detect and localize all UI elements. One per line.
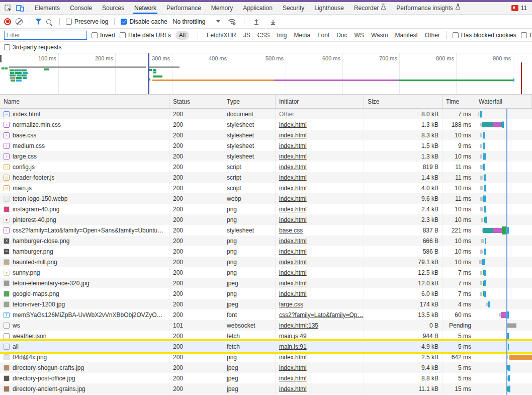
tab-network[interactable]: Network [129, 2, 161, 14]
table-row[interactable]: ( )header-footer.js200scriptindex.html1.… [0, 172, 532, 183]
export-har-icon[interactable] [267, 16, 279, 27]
initiator-link[interactable]: index.html [279, 153, 307, 160]
initiator-link[interactable]: index.html [279, 195, 307, 202]
table-row[interactable]: /large.css200stylesheetindex.html1.3 kB1… [0, 151, 532, 162]
table-row[interactable]: haunted-mill.png200pngindex.html79.1 kB1… [0, 257, 532, 267]
column-header-type[interactable]: Type [223, 95, 276, 108]
initiator-link[interactable]: index.html [279, 185, 307, 192]
filter-toggle-icon[interactable] [35, 19, 42, 25]
third-party-checkbox[interactable] [4, 44, 10, 50]
initiator-link[interactable]: index.html [279, 132, 307, 139]
checkbox[interactable] [92, 32, 98, 38]
initiator-link[interactable]: main.js:91 [279, 343, 307, 350]
table-row[interactable]: ✕hamburger-close.png200pngindex.html666 … [0, 235, 532, 246]
clear-button[interactable] [16, 18, 23, 25]
tab-memory[interactable]: Memory [206, 2, 238, 14]
hide-data-urls-checkbox[interactable]: Hide data URLs [120, 32, 171, 39]
initiator-link[interactable]: index.html [279, 280, 307, 287]
initiator-link[interactable]: large.css [279, 301, 303, 308]
initiator-link[interactable]: index.html [279, 269, 307, 276]
throttling-select[interactable]: No throttling [172, 18, 222, 25]
table-row[interactable]: ≡index.html200documentOther8.0 kB7 ms [0, 109, 532, 119]
column-header-name[interactable]: Name [0, 95, 169, 108]
initiator-link[interactable]: index.html [279, 216, 307, 223]
table-row[interactable]: ●sunny.png200pngindex.html12.5 kB7 ms [0, 267, 532, 278]
filter-type-media[interactable]: Media [294, 32, 310, 39]
initiator-link[interactable]: index.html [279, 121, 307, 128]
table-row[interactable]: teton-elementary-ice-320.jpg200jpegindex… [0, 278, 532, 288]
search-icon[interactable] [46, 19, 51, 24]
invert-checkbox[interactable]: Invert [92, 32, 115, 39]
initiator-link[interactable]: index.html [279, 248, 307, 255]
tab-performance[interactable]: Performance [161, 2, 206, 14]
filter-type-fetch-xhr[interactable]: Fetch/XHR [207, 32, 236, 39]
table-row[interactable]: ≡hamburger.png200pngindex.html586 B10 ms [0, 246, 532, 257]
initiator-link[interactable]: index.html [279, 164, 307, 171]
table-row[interactable]: ( )config.js200scriptindex.html819 B11 m… [0, 162, 532, 172]
tab-application[interactable]: Application [238, 2, 278, 14]
table-row[interactable]: /base.css200stylesheetindex.html8.3 kB10… [0, 130, 532, 140]
initiator-link[interactable]: index.html [279, 259, 307, 266]
initiator-link[interactable]: index.html [279, 354, 307, 361]
preserve-log-checkbox[interactable]: Preserve log [66, 18, 108, 25]
filter-type-font[interactable]: Font [317, 32, 329, 39]
initiator-link[interactable]: index.html [279, 290, 307, 297]
tab-console[interactable]: Console [65, 2, 97, 14]
initiator-link[interactable]: index.html [279, 206, 307, 213]
table-row[interactable]: directory-ancient-grains.jpg200jpegindex… [0, 383, 532, 394]
column-header-status[interactable]: Status [169, 95, 223, 108]
table-row[interactable]: ( )main.js200scriptindex.html4.0 kB10 ms [0, 183, 532, 193]
checkbox[interactable] [521, 32, 527, 38]
table-row[interactable]: teton-logo-150.webp200webpindex.html9.6 … [0, 193, 532, 204]
filter-type-js[interactable]: JS [243, 32, 250, 39]
table-row[interactable]: ws101websocketindex.html:1350 BPending [0, 320, 532, 331]
checkbox[interactable] [66, 19, 72, 25]
tab-performance-insights[interactable]: Performance insights [391, 2, 466, 14]
network-conditions-icon[interactable] [226, 16, 238, 27]
table-row[interactable]: directory-post-office.jpg200jpegindex.ht… [0, 373, 532, 383]
disable-cache-checkbox[interactable]: Disable cache [121, 18, 167, 25]
initiator-link[interactable]: index.html [279, 238, 307, 245]
filter-type-all[interactable]: All [175, 31, 189, 40]
table-row[interactable]: directory-shogun-crafts.jpg200jpegindex.… [0, 362, 532, 373]
initiator-link[interactable]: index.html [279, 142, 307, 149]
table-row[interactable]: instagram-40.png200pngindex.html2.4 kB10… [0, 204, 532, 214]
table-row[interactable]: /medium.css200stylesheetindex.html1.5 kB… [0, 140, 532, 151]
initiator-link[interactable]: index.html:135 [279, 322, 318, 329]
initiator-link[interactable]: index.html [279, 375, 307, 382]
filter-type-manifest[interactable]: Manifest [395, 32, 417, 39]
filter-type-css[interactable]: CSS [257, 32, 270, 39]
tab-security[interactable]: Security [278, 2, 309, 14]
filter-input[interactable] [4, 31, 87, 40]
filter-type-ws[interactable]: WS [354, 32, 364, 39]
has-blocked-cookies-checkbox[interactable]: Has blocked cookies [453, 32, 516, 39]
tab-recorder[interactable]: Recorder [349, 2, 391, 14]
initiator-link[interactable]: css2?family=Lato&family=Op… [279, 311, 363, 319]
table-row[interactable]: teton-river-1200.jpg200jpeglarge.css174 … [0, 299, 532, 309]
table-row[interactable]: ●pinterest-40.png200pngindex.html2.3 kB1… [0, 214, 532, 225]
record-button[interactable] [4, 18, 11, 25]
table-row[interactable]: weather.json200fetchmain.js:49944 B5 ms [0, 331, 532, 341]
error-badge[interactable]: 11 [511, 5, 527, 12]
initiator-link[interactable]: index.html [279, 364, 307, 371]
filter-type-other[interactable]: Other [425, 32, 440, 39]
column-header-time[interactable]: Time [442, 95, 475, 108]
checkbox[interactable] [120, 32, 126, 38]
network-overview-timeline[interactable]: 100 ms200 ms300 ms400 ms500 ms600 ms700 … [0, 53, 532, 95]
device-toolbar-icon[interactable] [14, 3, 26, 14]
table-row[interactable]: google-maps.png200pngindex.html6.0 kB7 m… [0, 288, 532, 299]
filter-type-doc[interactable]: Doc [336, 32, 347, 39]
initiator-link[interactable]: index.html [279, 385, 307, 392]
column-header-initiator[interactable]: Initiator [276, 95, 364, 108]
blocked-requests-checkbox[interactable]: Blocked Requests [521, 32, 532, 39]
filter-type-img[interactable]: Img [277, 32, 287, 39]
tab-lighthouse[interactable]: Lighthouse [309, 2, 349, 14]
tab-sources[interactable]: Sources [97, 2, 129, 14]
table-row[interactable]: TmemSYaGs126MiZpBA-UvWbX2vVnXBbObj2OVZyO… [0, 309, 532, 320]
table-row[interactable]: 04d@4x.png200pngindex.html2.5 kB642 ms [0, 352, 532, 362]
import-har-icon[interactable] [250, 16, 262, 27]
initiator-link[interactable]: main.js:49 [279, 333, 307, 340]
inspect-element-icon[interactable] [2, 3, 14, 14]
table-row[interactable]: /css2?family=Lato&family=Open+Sans&famil… [0, 225, 532, 235]
initiator-link[interactable]: base.css [279, 227, 303, 234]
